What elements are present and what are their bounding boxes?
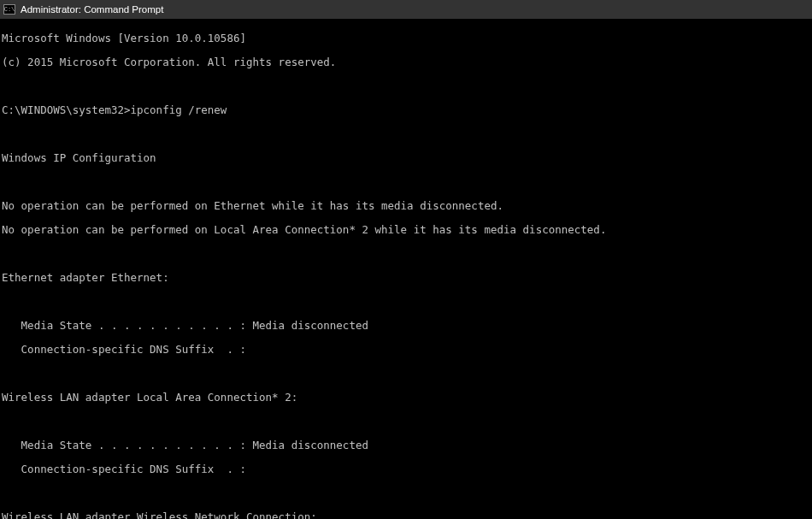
output-line: Media State . . . . . . . . . . . : Medi… — [2, 320, 810, 332]
window-titlebar[interactable]: C:\ Administrator: Command Prompt — [0, 0, 812, 19]
adapter-header: Wireless LAN adapter Local Area Connecti… — [2, 392, 810, 404]
output-line — [2, 296, 810, 308]
window-title: Administrator: Command Prompt — [21, 4, 163, 15]
output-line — [2, 368, 810, 380]
output-line — [2, 80, 810, 92]
output-line — [2, 176, 810, 188]
terminal-output[interactable]: Microsoft Windows [Version 10.0.10586] (… — [0, 19, 812, 519]
output-line: (c) 2015 Microsoft Corporation. All righ… — [2, 56, 810, 68]
output-line: Media State . . . . . . . . . . . : Medi… — [2, 439, 810, 451]
output-line — [2, 248, 810, 260]
output-line: Connection-specific DNS Suffix . : — [2, 344, 810, 356]
cmd-icon: C:\ — [3, 4, 15, 15]
prompt-line: C:\WINDOWS\system32>ipconfig /renew — [2, 104, 810, 116]
output-line: Microsoft Windows [Version 10.0.10586] — [2, 32, 810, 44]
output-line — [2, 128, 810, 140]
adapter-header: Wireless LAN adapter Wireless Network Co… — [2, 511, 810, 519]
adapter-header: Ethernet adapter Ethernet: — [2, 272, 810, 284]
output-line: No operation can be performed on Local A… — [2, 224, 810, 236]
output-line — [2, 487, 810, 499]
output-line: Windows IP Configuration — [2, 152, 810, 164]
output-line — [2, 416, 810, 428]
output-line: Connection-specific DNS Suffix . : — [2, 463, 810, 475]
output-line: No operation can be performed on Etherne… — [2, 200, 810, 212]
